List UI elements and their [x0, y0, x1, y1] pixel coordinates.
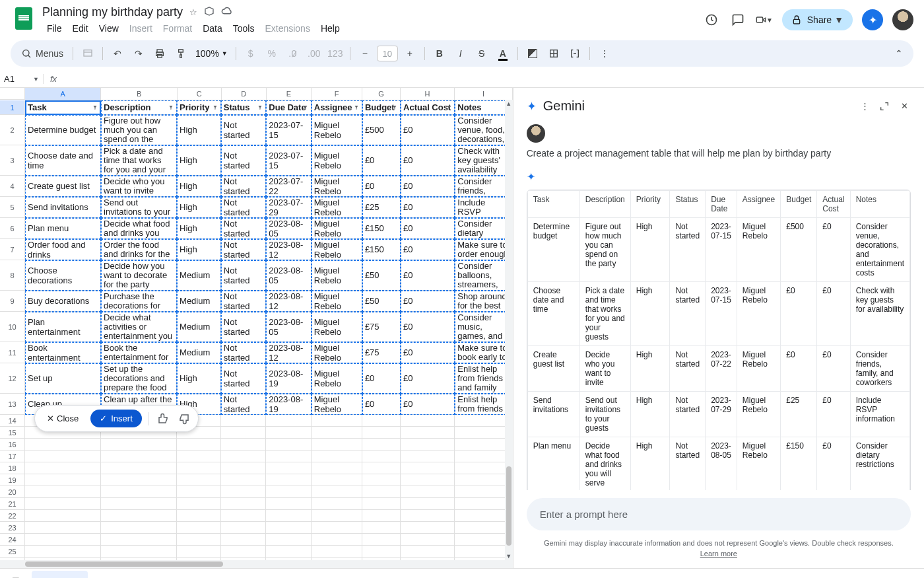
- cell[interactable]: 2023-08-05: [266, 312, 311, 342]
- cell[interactable]: £0: [401, 197, 455, 218]
- filter-icon[interactable]: [302, 104, 310, 112]
- row-header[interactable]: 1: [0, 100, 25, 115]
- cell[interactable]: £0: [401, 176, 455, 197]
- cell[interactable]: £0: [401, 394, 455, 415]
- cell[interactable]: £0: [401, 145, 455, 176]
- cell[interactable]: [25, 558, 101, 560]
- share-button[interactable]: Share ▼: [782, 9, 853, 30]
- filter-icon[interactable]: [167, 104, 175, 112]
- cell[interactable]: [177, 522, 221, 534]
- bold-icon[interactable]: B: [430, 44, 449, 63]
- cell-header[interactable]: Budget: [362, 100, 401, 115]
- menus-search[interactable]: Menus: [17, 46, 67, 61]
- row-header[interactable]: 9: [0, 291, 25, 312]
- cell[interactable]: Consider friends, family, and coworkers: [455, 176, 512, 197]
- cell[interactable]: [401, 474, 455, 486]
- cloud-status-icon[interactable]: [221, 5, 233, 19]
- cell[interactable]: [25, 474, 101, 486]
- cell[interactable]: [101, 474, 177, 486]
- cell[interactable]: [177, 486, 221, 498]
- row-header[interactable]: 5: [0, 197, 25, 218]
- print-icon[interactable]: [150, 44, 169, 63]
- row-header[interactable]: 11: [0, 342, 25, 363]
- cell[interactable]: £0: [401, 218, 455, 239]
- cell[interactable]: [101, 522, 177, 534]
- cell[interactable]: [221, 439, 266, 451]
- cell[interactable]: [266, 451, 311, 462]
- row-header[interactable]: 7: [0, 239, 25, 260]
- cell[interactable]: [266, 427, 311, 439]
- cell[interactable]: Medium: [177, 342, 221, 363]
- borders-icon[interactable]: [544, 44, 563, 63]
- row-header[interactable]: 18: [0, 462, 25, 474]
- cell[interactable]: [266, 439, 311, 451]
- cell[interactable]: [266, 510, 311, 522]
- column-header-C[interactable]: C: [178, 88, 222, 100]
- cell-header[interactable]: Due Date: [266, 100, 311, 115]
- meet-icon[interactable]: ▼: [756, 11, 773, 28]
- row-header[interactable]: 19: [0, 474, 25, 486]
- cell[interactable]: Enlist help from friends and family: [455, 394, 512, 415]
- cell[interactable]: [401, 546, 455, 558]
- strike-icon[interactable]: S: [473, 44, 491, 63]
- cell[interactable]: High: [177, 145, 221, 176]
- cell[interactable]: [101, 462, 177, 474]
- cell[interactable]: £0: [362, 145, 401, 176]
- cell[interactable]: Not started: [221, 394, 266, 415]
- cell-header[interactable]: Description: [101, 100, 177, 115]
- cell[interactable]: High: [177, 218, 221, 239]
- cell[interactable]: [266, 462, 311, 474]
- cell[interactable]: £0: [362, 176, 401, 197]
- cell[interactable]: £150: [362, 239, 401, 260]
- thumbs-down-icon[interactable]: [177, 412, 191, 426]
- undo-icon[interactable]: ↶: [108, 44, 127, 63]
- row-header[interactable]: 4: [0, 176, 25, 197]
- account-avatar[interactable]: [892, 9, 913, 30]
- cell[interactable]: £50: [362, 291, 401, 312]
- cell[interactable]: [455, 462, 512, 474]
- close-button[interactable]: ✕ Close: [42, 411, 84, 426]
- menu-view[interactable]: View: [94, 20, 123, 36]
- font-size-input[interactable]: 10: [377, 46, 398, 61]
- cell[interactable]: [25, 486, 101, 498]
- cell[interactable]: 2023-07-22: [266, 176, 311, 197]
- cell[interactable]: £0: [401, 115, 455, 145]
- currency-icon[interactable]: $: [242, 44, 260, 63]
- cell[interactable]: Plan menu: [25, 218, 101, 239]
- cell[interactable]: Order the food and drinks for the party: [101, 239, 177, 260]
- cell[interactable]: [177, 451, 221, 462]
- cell[interactable]: [221, 510, 266, 522]
- menu-data[interactable]: Data: [198, 20, 227, 36]
- cell[interactable]: Check with key guests' availability: [455, 145, 512, 176]
- cell[interactable]: [455, 427, 512, 439]
- cell[interactable]: Medium: [177, 291, 221, 312]
- cell[interactable]: Not started: [221, 312, 266, 342]
- row-header[interactable]: 22: [0, 510, 25, 522]
- row-header[interactable]: 26: [0, 558, 25, 560]
- row-header[interactable]: 13: [0, 394, 25, 415]
- cell[interactable]: [101, 510, 177, 522]
- more-options-icon[interactable]: ⋮: [858, 100, 871, 113]
- cell[interactable]: [312, 415, 362, 427]
- cell[interactable]: Make sure to order enough for all your g…: [455, 239, 512, 260]
- expand-icon[interactable]: [878, 100, 891, 113]
- cell[interactable]: Miguel Rebelo: [312, 291, 362, 312]
- cell[interactable]: Make sure to book early to get your desi…: [455, 342, 512, 363]
- cell[interactable]: Decide who you want to invite: [101, 176, 177, 197]
- cell[interactable]: [401, 451, 455, 462]
- cell[interactable]: [177, 510, 221, 522]
- cell[interactable]: [401, 510, 455, 522]
- cell[interactable]: High: [177, 176, 221, 197]
- cell[interactable]: [101, 546, 177, 558]
- cell[interactable]: Set up: [25, 363, 101, 394]
- decrease-decimal-icon[interactable]: .0̷: [284, 44, 302, 63]
- cell[interactable]: [455, 486, 512, 498]
- cell[interactable]: [312, 427, 362, 439]
- cell[interactable]: [177, 474, 221, 486]
- cell[interactable]: [266, 558, 311, 560]
- cell[interactable]: Miguel Rebelo: [312, 394, 362, 415]
- cell[interactable]: [221, 486, 266, 498]
- cell[interactable]: Plan entertainment: [25, 312, 101, 342]
- menu-extensions[interactable]: Extensions: [260, 20, 314, 36]
- row-header[interactable]: 21: [0, 498, 25, 510]
